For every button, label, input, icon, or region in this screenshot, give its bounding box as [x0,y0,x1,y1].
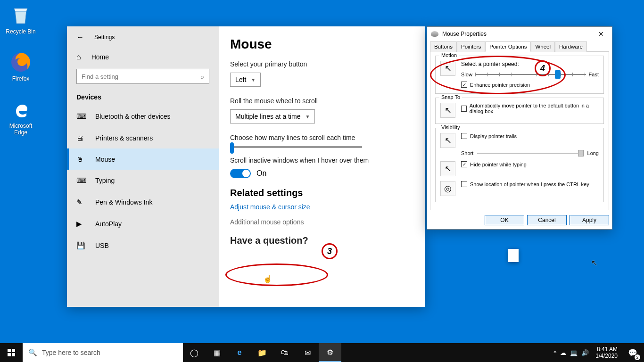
inactive-scroll-toggle[interactable] [230,169,251,178]
pointer-speed-slider[interactable] [475,70,586,79]
dropdown-value: Multiple lines at a time [235,113,301,120]
dialog-titlebar[interactable]: Mouse Properties ✕ [427,27,612,41]
desktop-icon-label: Firefox [3,75,39,82]
printer-icon: 🖨 [76,134,85,142]
trails-cursor-icon: ↖ [440,133,455,148]
tray-volume-icon[interactable]: 🔊 [581,349,589,356]
sidebar-item-mouse[interactable]: 🖱Mouse [67,148,219,170]
settings-search[interactable]: ⌕ [76,69,209,84]
speed-slider-thumb[interactable] [555,70,561,79]
link-additional-mouse-options[interactable]: Additional mouse options [230,218,425,226]
link-adjust-cursor-size[interactable]: Adjust mouse & cursor size [230,203,425,211]
checkbox-pointer-trails[interactable] [461,133,467,139]
settings-search-input[interactable] [82,73,200,80]
taskbar-clock[interactable]: 8:41 AM 1/4/2020 [592,346,621,359]
gear-icon: ⚙ [327,348,333,357]
desktop-icon-edge[interactable]: Microsoft Edge [3,98,39,136]
mail-icon: ✉ [305,348,311,357]
taskbar-search[interactable]: 🔍 Type here to search [23,343,183,362]
pointer-speed-label: Select a pointer speed: [461,61,599,67]
hide-typing-label: Hide pointer while typing [470,162,527,167]
sidebar-item-usb[interactable]: 💾USB [67,235,219,256]
tray-chevron-icon[interactable]: ^ [553,349,556,356]
sidebar-item-label: Printers & scanners [95,134,153,142]
close-button[interactable]: ✕ [594,30,608,38]
dialog-tabs: Buttons Pointers Pointer Options Wheel H… [427,41,612,51]
tab-hardware[interactable]: Hardware [555,41,587,52]
ok-button[interactable]: OK [485,215,524,225]
settings-window: ← Settings ⌂ Home ⌕ Devices ⌨Bluetooth &… [67,26,425,307]
sidebar-item-label: Mouse [95,156,115,163]
svg-rect-2 [8,349,11,352]
tab-pointer-options[interactable]: Pointer Options [485,41,531,52]
taskbar-edge[interactable]: e [228,343,251,362]
pointer-trails-slider[interactable] [477,150,583,156]
lines-scroll-label: Choose how many lines to scroll each tim… [230,134,425,141]
sidebar-item-bluetooth[interactable]: ⌨Bluetooth & other devices [67,106,219,127]
settings-sidebar: ← Settings ⌂ Home ⌕ Devices ⌨Bluetooth &… [67,26,219,307]
taskbar-store[interactable]: 🛍 [273,343,296,362]
desktop-icon-firefox[interactable]: Firefox [3,51,39,82]
ctrl-locate-icon: ◎ [440,181,455,196]
cursor-arrow-icon: ↖ [591,258,597,267]
settings-main: Mouse Select your primary button Left ▼ … [219,26,425,307]
wheel-scroll-label: Roll the mouse wheel to scroll [230,97,425,105]
firefox-icon [9,51,32,74]
taskbar-settings[interactable]: ⚙ [319,343,341,362]
primary-button-dropdown[interactable]: Left ▼ [230,73,261,87]
back-button[interactable]: ← [76,33,84,41]
ctrl-locate-label: Show location of pointer when I press th… [470,181,589,187]
bluetooth-icon: ⌨ [76,112,85,121]
search-icon: ⌕ [200,73,204,80]
checkbox-ctrl-locate[interactable] [461,181,467,187]
group-motion: Motion ↖ Select a pointer speed: Slow Fa… [435,56,604,94]
desktop-icon-recycle-bin[interactable]: Recycle Bin [3,4,39,35]
sidebar-home[interactable]: ⌂ Home [67,48,219,66]
question-header: Have a question? [230,235,425,246]
window-title: Settings [94,34,115,41]
dialog-body: Motion ↖ Select a pointer speed: Slow Fa… [430,51,609,210]
cancel-button[interactable]: Cancel [527,215,567,225]
taskbar-task-view[interactable]: ▦ [206,343,228,362]
sidebar-item-typing[interactable]: ⌨Typing [67,170,219,191]
taskbar-cortana[interactable]: ◯ [183,343,206,362]
home-icon: ⌂ [76,53,81,61]
checkbox-enhance-precision[interactable]: ✓ [461,82,467,88]
taskbar-mail[interactable]: ✉ [296,343,319,362]
taskbar-file-explorer[interactable]: 📁 [251,343,273,362]
tray-onedrive-icon[interactable]: ☁ [560,349,566,356]
slider-thumb[interactable] [230,142,234,154]
taskbar-notifications[interactable]: 💬 2 [621,343,644,362]
tab-pointers[interactable]: Pointers [457,41,485,52]
primary-button-label: Select your primary button [230,60,425,68]
apply-button[interactable]: Apply [570,215,609,225]
tab-buttons[interactable]: Buttons [430,41,457,52]
tab-wheel[interactable]: Wheel [531,41,555,52]
mouse-icon: 🖱 [76,155,85,163]
wheel-scroll-dropdown[interactable]: Multiple lines at a time ▼ [230,109,315,123]
start-button[interactable] [0,343,23,362]
trails-short-label: Short [461,150,473,156]
snap-cursor-icon: ↖ [440,103,455,118]
trails-long-label: Long [587,150,599,156]
background-window [508,249,519,262]
lines-scroll-slider[interactable] [230,146,362,148]
toggle-knob [242,170,250,177]
keyboard-icon: ⌨ [76,176,85,185]
sidebar-item-pen[interactable]: ✎Pen & Windows Ink [67,191,219,213]
chevron-down-icon: ▼ [251,77,256,82]
mouse-dialog-icon [431,31,438,37]
sidebar-item-printers[interactable]: 🖨Printers & scanners [67,127,219,148]
checkbox-hide-typing[interactable]: ✓ [461,161,467,167]
chevron-down-icon: ▼ [305,114,310,119]
folder-icon: 📁 [257,348,267,357]
checkbox-snap-to[interactable] [461,106,467,112]
cortana-icon: ◯ [190,348,198,357]
tray-network-icon[interactable]: 💻 [570,349,578,356]
trails-slider-thumb[interactable] [578,150,584,156]
system-tray[interactable]: ^ ☁ 💻 🔊 [551,349,592,356]
hide-cursor-icon: ↖ [440,161,455,176]
sidebar-item-label: Bluetooth & other devices [95,113,171,120]
desktop-icon-label: Recycle Bin [3,28,39,35]
sidebar-item-autoplay[interactable]: ▶AutoPlay [67,213,219,235]
